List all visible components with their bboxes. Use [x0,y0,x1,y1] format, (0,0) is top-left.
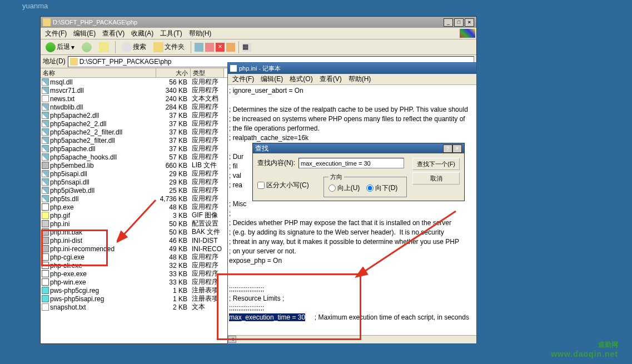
notepad-window: php.ini - 记事本 文件(F) 编辑(E) 格式(O) 查看(V) 帮助… [227,62,477,344]
find-next-button[interactable]: 查找下一个(F) [412,158,460,170]
file-icon [42,287,49,294]
file-name: php.ini [50,220,69,228]
up-button[interactable] [96,41,112,54]
folders-button[interactable]: 文件夹 [151,41,187,54]
file-name: php.exe [50,203,74,211]
find-input[interactable] [298,158,404,168]
search-button[interactable]: 搜索 [119,41,149,54]
menu-tools[interactable]: 工具(T) [157,28,185,39]
file-name: php5apache2_2.dll [50,120,106,128]
file-name: php5isapi.dll [50,170,87,178]
find-close-button[interactable]: × [452,144,462,153]
file-size: 25 KB [156,187,191,195]
copy-icon[interactable] [205,43,214,52]
find-titlebar[interactable]: 查找 ? × [253,143,464,153]
np-menu-file[interactable]: 文件(F) [229,73,257,85]
cancel-button[interactable]: 取消 [412,172,460,185]
find-label: 查找内容(N): [257,158,295,168]
col-size[interactable]: 大小 [156,68,191,77]
views-icon[interactable]: ▦ [242,43,251,52]
menu-file[interactable]: 文件(F) [42,28,70,39]
file-size: 1 KB [156,295,191,303]
file-size: 33 KB [156,270,191,278]
file-size: 37 KB [156,145,191,153]
explorer-titlebar[interactable]: D:\SOFT_PHP_PACKAGE\php _ □ × [41,17,476,28]
np-menu-view[interactable]: 查看(V) [316,73,345,85]
file-name: pws-php5cgi.reg [50,287,99,295]
file-icon [42,228,49,236]
horizontal-scrollbar[interactable]: ◄ [228,335,476,343]
file-size: 37 KB [156,120,191,128]
highlighted-text: max_execution_time = 30 [229,313,305,321]
file-icon [42,212,49,219]
menu-view[interactable]: 查看(V) [99,28,128,39]
file-icon [42,120,49,127]
file-name: php5apache2_filter.dll [50,137,115,144]
notepad-icon [230,65,237,72]
file-size: 29 KB [156,170,191,178]
notepad-text-area[interactable]: ; ignore_user_abort = On ; Determines th… [228,85,476,335]
file-size: 2 KB [156,303,191,311]
minimize-button[interactable]: _ [444,18,453,27]
file-icon [42,178,49,186]
undo-icon[interactable] [226,43,235,52]
direction-group: 方向 向上(U) 向下(D) [324,173,407,197]
file-type: BAK 文件 [191,227,224,237]
close-button[interactable]: × [465,18,474,27]
file-type: 文本 [191,302,224,312]
back-button[interactable]: 后退 ▾ [43,41,77,54]
file-size: 37 KB [156,128,191,136]
cut-icon[interactable] [195,43,203,52]
file-size: 240 KB [156,95,191,103]
file-size: 49 KB [156,245,191,253]
watermark-text: yuanma [22,2,48,10]
file-icon [42,95,49,102]
file-name: php5apache2_2_filter.dll [50,128,122,136]
direction-down[interactable]: 向下(D) [366,183,398,193]
file-name: news.txt [50,95,74,103]
scroll-left-icon[interactable]: ◄ [228,336,236,343]
file-name: php-exe.exe [50,270,87,278]
address-label: 地址(D) [43,57,66,66]
col-name[interactable]: 名称 [41,68,156,77]
file-icon [42,170,49,177]
file-name: php5pi3web.dll [50,187,94,195]
delete-icon[interactable]: × [216,43,225,52]
find-help-button[interactable]: ? [443,144,452,153]
file-icon [42,237,49,244]
file-icon [42,128,49,136]
file-size: 48 KB [156,203,191,211]
file-name: pws-php5isapi.reg [50,295,104,303]
file-name: php5apache.dll [50,145,95,153]
file-size: 37 KB [156,137,191,144]
file-icon [42,78,49,86]
find-dialog: 查找 ? × 查找内容(N): 区分大小写(C) 方向 向上(U) 向下(D) … [252,143,465,201]
np-menu-format[interactable]: 格式(O) [286,73,316,85]
file-size: 50 KB [156,228,191,236]
folder-icon [43,18,51,26]
menu-help[interactable]: 帮助(H) [186,28,215,39]
file-name: snapshot.txt [50,303,86,311]
match-case-checkbox[interactable]: 区分大小写(C) [257,181,309,190]
file-icon [42,295,49,302]
forward-button[interactable] [79,41,94,54]
file-name: php5apache_hooks.dll [50,153,117,161]
file-size: 56 KB [156,78,191,86]
menu-favorites[interactable]: 收藏(A) [128,28,157,39]
np-menu-edit[interactable]: 编辑(E) [257,73,286,85]
file-name: php.ini-dist [50,237,82,245]
file-size: 1 KB [156,287,191,295]
file-icon [42,112,49,119]
menu-edit[interactable]: 编辑(E) [70,28,99,39]
file-name: php-win.exe [50,278,86,286]
direction-legend: 方向 [329,173,344,181]
direction-up[interactable]: 向上(U) [329,183,360,193]
notepad-titlebar[interactable]: php.ini - 记事本 [228,63,476,74]
file-size: 33 KB [156,278,191,286]
col-type[interactable]: 类型 [191,68,224,77]
file-name: msql.dll [50,78,73,86]
file-size: 50 KB [156,220,191,228]
maximize-button[interactable]: □ [454,18,464,27]
np-menu-help[interactable]: 帮助(H) [345,73,375,85]
file-name: php5ts.dll [50,195,78,203]
